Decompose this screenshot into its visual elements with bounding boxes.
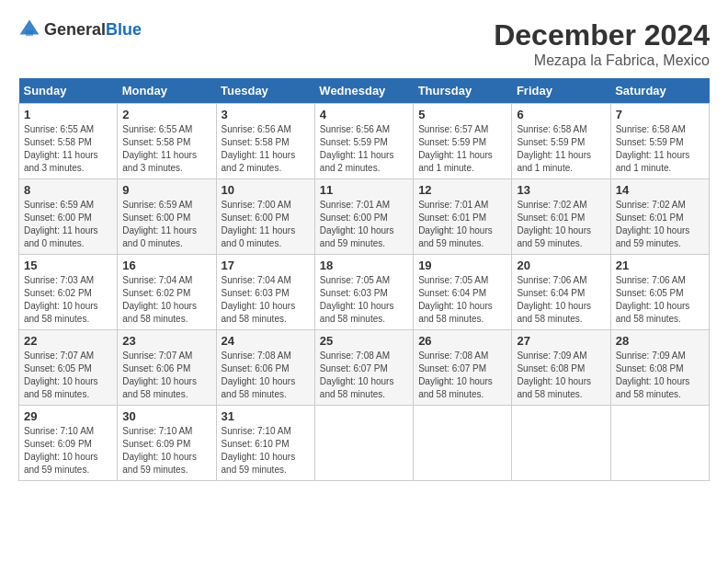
svg-rect-1 <box>26 30 33 36</box>
day-number: 26 <box>418 334 506 348</box>
day-number: 10 <box>222 183 310 197</box>
cell-sun-info: Sunrise: 6:58 AM Sunset: 5:59 PM Dayligh… <box>616 123 704 175</box>
title-area: December 2024 Mezapa la Fabrica, Mexico <box>494 18 710 69</box>
col-tuesday: Tuesday <box>216 78 314 104</box>
cell-sun-info: Sunrise: 7:08 AM Sunset: 6:06 PM Dayligh… <box>222 350 310 401</box>
calendar-cell: 7Sunrise: 6:58 AM Sunset: 5:59 PM Daylig… <box>610 104 709 179</box>
day-number: 8 <box>24 183 112 197</box>
calendar-cell: 18Sunrise: 7:05 AM Sunset: 6:03 PM Dayli… <box>314 255 413 330</box>
cell-sun-info: Sunrise: 7:10 AM Sunset: 6:09 PM Dayligh… <box>122 425 210 477</box>
cell-sun-info: Sunrise: 6:55 AM Sunset: 5:58 PM Dayligh… <box>122 123 210 175</box>
col-monday: Monday <box>118 78 216 104</box>
calendar-cell: 13Sunrise: 7:02 AM Sunset: 6:01 PM Dayli… <box>512 179 610 255</box>
cell-sun-info: Sunrise: 7:06 AM Sunset: 6:04 PM Dayligh… <box>517 274 605 326</box>
day-number: 19 <box>418 259 506 272</box>
cell-sun-info: Sunrise: 7:04 AM Sunset: 6:02 PM Dayligh… <box>122 274 210 326</box>
day-number: 16 <box>122 259 210 272</box>
month-title: December 2024 <box>494 18 710 52</box>
calendar-cell: 6Sunrise: 6:58 AM Sunset: 5:59 PM Daylig… <box>512 104 610 179</box>
cell-sun-info: Sunrise: 7:07 AM Sunset: 6:06 PM Dayligh… <box>122 350 210 401</box>
calendar-cell: 15Sunrise: 7:03 AM Sunset: 6:02 PM Dayli… <box>19 255 118 330</box>
cell-sun-info: Sunrise: 7:08 AM Sunset: 6:07 PM Dayligh… <box>320 350 408 401</box>
calendar-cell: 29Sunrise: 7:10 AM Sunset: 6:09 PM Dayli… <box>19 406 118 481</box>
day-number: 22 <box>24 334 112 348</box>
day-number: 28 <box>616 334 704 348</box>
day-number: 17 <box>222 259 310 272</box>
day-number: 25 <box>320 334 408 348</box>
cell-sun-info: Sunrise: 6:56 AM Sunset: 5:59 PM Dayligh… <box>320 123 408 175</box>
calendar-cell: 12Sunrise: 7:01 AM Sunset: 6:01 PM Dayli… <box>414 179 512 255</box>
cell-sun-info: Sunrise: 7:10 AM Sunset: 6:09 PM Dayligh… <box>24 425 112 477</box>
calendar-table: Sunday Monday Tuesday Wednesday Thursday… <box>18 78 710 481</box>
cell-sun-info: Sunrise: 7:02 AM Sunset: 6:01 PM Dayligh… <box>616 199 704 250</box>
day-number: 27 <box>517 334 605 348</box>
calendar-cell: 5Sunrise: 6:57 AM Sunset: 5:59 PM Daylig… <box>414 104 512 179</box>
cell-sun-info: Sunrise: 7:09 AM Sunset: 6:08 PM Dayligh… <box>517 350 605 401</box>
cell-sun-info: Sunrise: 6:59 AM Sunset: 6:00 PM Dayligh… <box>24 199 112 250</box>
calendar-cell: 26Sunrise: 7:08 AM Sunset: 6:07 PM Dayli… <box>414 330 512 406</box>
day-number: 24 <box>222 334 310 348</box>
day-number: 9 <box>122 183 210 197</box>
logo-text: GeneralBlue <box>44 20 142 40</box>
calendar-cell: 1Sunrise: 6:55 AM Sunset: 5:58 PM Daylig… <box>19 104 118 179</box>
cell-sun-info: Sunrise: 7:02 AM Sunset: 6:01 PM Dayligh… <box>517 199 605 250</box>
calendar-cell: 28Sunrise: 7:09 AM Sunset: 6:08 PM Dayli… <box>610 330 709 406</box>
calendar-cell: 3Sunrise: 6:56 AM Sunset: 5:58 PM Daylig… <box>216 104 314 179</box>
calendar-cell: 19Sunrise: 7:05 AM Sunset: 6:04 PM Dayli… <box>414 255 512 330</box>
location-title: Mezapa la Fabrica, Mexico <box>494 52 710 69</box>
calendar-cell <box>512 406 610 481</box>
cell-sun-info: Sunrise: 7:01 AM Sunset: 6:00 PM Dayligh… <box>320 199 408 250</box>
col-thursday: Thursday <box>414 78 512 104</box>
calendar-cell: 20Sunrise: 7:06 AM Sunset: 6:04 PM Dayli… <box>512 255 610 330</box>
calendar-week-row: 29Sunrise: 7:10 AM Sunset: 6:09 PM Dayli… <box>19 406 710 481</box>
cell-sun-info: Sunrise: 6:59 AM Sunset: 6:00 PM Dayligh… <box>122 199 210 250</box>
day-number: 4 <box>320 108 408 121</box>
day-number: 1 <box>24 108 112 121</box>
col-friday: Friday <box>512 78 610 104</box>
day-number: 11 <box>320 183 408 197</box>
day-number: 14 <box>616 183 704 197</box>
logo-blue: Blue <box>106 20 142 39</box>
cell-sun-info: Sunrise: 7:05 AM Sunset: 6:04 PM Dayligh… <box>418 274 506 326</box>
cell-sun-info: Sunrise: 7:05 AM Sunset: 6:03 PM Dayligh… <box>320 274 408 326</box>
logo-general: General <box>44 20 106 39</box>
day-number: 18 <box>320 259 408 272</box>
day-number: 6 <box>517 108 605 121</box>
cell-sun-info: Sunrise: 6:55 AM Sunset: 5:58 PM Dayligh… <box>24 123 112 175</box>
logo-icon <box>18 18 40 40</box>
calendar-cell: 2Sunrise: 6:55 AM Sunset: 5:58 PM Daylig… <box>118 104 216 179</box>
cell-sun-info: Sunrise: 7:07 AM Sunset: 6:05 PM Dayligh… <box>24 350 112 401</box>
cell-sun-info: Sunrise: 7:06 AM Sunset: 6:05 PM Dayligh… <box>616 274 704 326</box>
calendar-week-row: 1Sunrise: 6:55 AM Sunset: 5:58 PM Daylig… <box>19 104 710 179</box>
calendar-cell: 22Sunrise: 7:07 AM Sunset: 6:05 PM Dayli… <box>19 330 118 406</box>
calendar-cell <box>610 406 709 481</box>
calendar-cell: 24Sunrise: 7:08 AM Sunset: 6:06 PM Dayli… <box>216 330 314 406</box>
cell-sun-info: Sunrise: 7:10 AM Sunset: 6:10 PM Dayligh… <box>222 425 310 477</box>
calendar-cell: 25Sunrise: 7:08 AM Sunset: 6:07 PM Dayli… <box>314 330 413 406</box>
calendar-week-row: 22Sunrise: 7:07 AM Sunset: 6:05 PM Dayli… <box>19 330 710 406</box>
calendar-cell <box>314 406 413 481</box>
day-number: 20 <box>517 259 605 272</box>
day-number: 31 <box>222 409 310 423</box>
cell-sun-info: Sunrise: 7:08 AM Sunset: 6:07 PM Dayligh… <box>418 350 506 401</box>
day-number: 29 <box>24 409 112 423</box>
cell-sun-info: Sunrise: 7:09 AM Sunset: 6:08 PM Dayligh… <box>616 350 704 401</box>
cell-sun-info: Sunrise: 6:57 AM Sunset: 5:59 PM Dayligh… <box>418 123 506 175</box>
calendar-cell: 14Sunrise: 7:02 AM Sunset: 6:01 PM Dayli… <box>610 179 709 255</box>
calendar-cell <box>414 406 512 481</box>
calendar-cell: 31Sunrise: 7:10 AM Sunset: 6:10 PM Dayli… <box>216 406 314 481</box>
calendar-header-row: Sunday Monday Tuesday Wednesday Thursday… <box>19 78 710 104</box>
col-saturday: Saturday <box>610 78 709 104</box>
calendar-cell: 11Sunrise: 7:01 AM Sunset: 6:00 PM Dayli… <box>314 179 413 255</box>
cell-sun-info: Sunrise: 7:04 AM Sunset: 6:03 PM Dayligh… <box>222 274 310 326</box>
cell-sun-info: Sunrise: 7:01 AM Sunset: 6:01 PM Dayligh… <box>418 199 506 250</box>
cell-sun-info: Sunrise: 7:00 AM Sunset: 6:00 PM Dayligh… <box>222 199 310 250</box>
day-number: 7 <box>616 108 704 121</box>
calendar-cell: 27Sunrise: 7:09 AM Sunset: 6:08 PM Dayli… <box>512 330 610 406</box>
logo: GeneralBlue <box>18 18 142 40</box>
day-number: 30 <box>122 409 210 423</box>
calendar-cell: 4Sunrise: 6:56 AM Sunset: 5:59 PM Daylig… <box>314 104 413 179</box>
calendar-cell: 16Sunrise: 7:04 AM Sunset: 6:02 PM Dayli… <box>118 255 216 330</box>
cell-sun-info: Sunrise: 6:56 AM Sunset: 5:58 PM Dayligh… <box>222 123 310 175</box>
calendar-cell: 30Sunrise: 7:10 AM Sunset: 6:09 PM Dayli… <box>118 406 216 481</box>
